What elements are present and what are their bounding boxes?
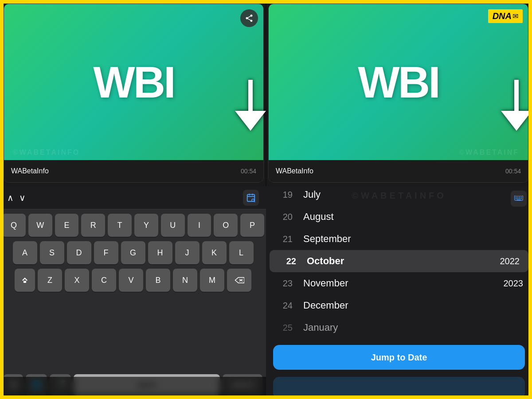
right-wbi-text: WBI <box>358 57 438 108</box>
svg-rect-22 <box>516 200 520 200</box>
date-row-24[interactable]: 24 December <box>266 294 532 317</box>
date-row-20[interactable]: 20 August <box>266 206 532 228</box>
key-row-2: A S D F G H J K L <box>2 241 264 264</box>
key-l[interactable]: L <box>229 241 254 264</box>
key-s[interactable]: S <box>40 241 64 264</box>
date-year-2022: 2022 <box>500 256 520 266</box>
key-o[interactable]: O <box>214 214 238 237</box>
date-num-25: 25 <box>275 323 293 333</box>
jump-to-date-label: Jump to Date <box>371 352 427 363</box>
dna-badge: DNA ✉ <box>488 9 523 23</box>
nav-up-arrow[interactable]: ∧ <box>7 192 14 203</box>
date-num-19: 19 <box>275 190 293 200</box>
space-key[interactable]: space <box>74 374 220 395</box>
right-card: WBI DNA ✉ WABetaInfo 00:54 ©WABETAINF <box>268 4 528 183</box>
svg-line-9 <box>254 201 255 202</box>
key-f[interactable]: F <box>94 241 118 264</box>
key-b[interactable]: B <box>146 269 170 292</box>
right-card-time: 00:54 <box>505 168 521 175</box>
nav-down-arrow[interactable]: ∨ <box>19 192 26 203</box>
date-month-august: August <box>303 211 523 223</box>
key-m[interactable]: M <box>200 269 224 292</box>
key-i[interactable]: I <box>188 214 211 237</box>
svg-rect-19 <box>517 198 518 199</box>
key-row-3: Z X C V B N M <box>2 269 264 292</box>
key-t[interactable]: T <box>108 214 132 237</box>
date-year-2023: 2023 <box>504 278 524 289</box>
bottom-blur-strip <box>273 377 525 399</box>
date-row-21[interactable]: 21 September <box>266 228 532 250</box>
keyboard-bottom-row: 23 🌐 🎤 space search <box>0 371 266 399</box>
svg-rect-4 <box>247 194 255 201</box>
key-q[interactable]: Q <box>2 214 26 237</box>
globe-key[interactable]: 🌐 <box>26 374 47 395</box>
key-a[interactable]: A <box>13 241 37 264</box>
key-d[interactable]: D <box>67 241 91 264</box>
left-card-footer: WABetaInfo 00:54 <box>4 160 263 182</box>
date-num-21: 21 <box>275 234 293 244</box>
date-num-24: 24 <box>275 301 293 311</box>
key-k[interactable]: K <box>202 241 227 264</box>
svg-rect-17 <box>521 196 522 197</box>
key-v[interactable]: V <box>119 269 143 292</box>
keyboard-nav: ∧ ∨ <box>0 186 266 209</box>
key-g[interactable]: G <box>121 241 145 264</box>
key-z[interactable]: Z <box>38 269 62 292</box>
svg-rect-13 <box>515 196 523 200</box>
key-c[interactable]: C <box>92 269 116 292</box>
key-x[interactable]: X <box>65 269 89 292</box>
right-card-footer: WABetaInfo 00:54 <box>269 160 528 182</box>
key-y[interactable]: Y <box>134 214 158 237</box>
numbers-key[interactable]: 23 <box>4 374 23 395</box>
date-num-22: 22 <box>278 256 296 266</box>
jump-to-date-button[interactable]: Jump to Date <box>273 345 525 370</box>
key-u[interactable]: U <box>161 214 185 237</box>
key-j[interactable]: J <box>175 241 200 264</box>
date-picker-area: ©WABETAINFO 19 July 20 August 21 Septemb… <box>266 186 532 399</box>
date-month-december: December <box>303 300 523 311</box>
date-row-22-selected[interactable]: 22 October 2022 <box>270 250 528 272</box>
nav-arrows: ∧ ∨ <box>7 192 26 203</box>
left-logo-area: WBI <box>4 4 263 160</box>
date-month-november: November <box>303 278 504 289</box>
date-row-25[interactable]: 25 January <box>266 317 532 339</box>
left-wbi-text: WBI <box>93 57 174 108</box>
share-button[interactable] <box>240 9 258 27</box>
left-card-name: WABetaInfo <box>11 167 49 175</box>
date-month-january: January <box>303 322 523 333</box>
keyboard-toggle-button[interactable] <box>511 191 527 207</box>
calendar-search-icon[interactable] <box>243 190 259 206</box>
dna-envelope-icon: ✉ <box>512 12 518 20</box>
keyboard-area: ∧ ∨ Q W E R <box>0 186 266 399</box>
top-section: WBI WABetaInfo 00:54 ©WABETAINFO WBI DNA… <box>0 0 532 186</box>
left-card-time: 00:54 <box>241 168 256 175</box>
svg-rect-15 <box>517 196 518 197</box>
date-row-23[interactable]: 23 November 2023 <box>266 272 532 294</box>
date-scroll: 19 July 20 August 21 September 22 Octobe… <box>266 186 532 340</box>
key-h[interactable]: H <box>148 241 172 264</box>
divider <box>266 0 266 186</box>
date-month-july: July <box>303 189 523 200</box>
svg-rect-14 <box>516 196 516 197</box>
key-row-1: Q W E R T Y U I O P <box>2 214 264 237</box>
svg-rect-16 <box>519 196 520 197</box>
svg-rect-18 <box>516 198 516 199</box>
right-card-name: WABetaInfo <box>276 167 313 175</box>
mic-key[interactable]: 🎤 <box>50 374 71 395</box>
search-key[interactable]: search <box>223 374 262 395</box>
key-n[interactable]: N <box>173 269 197 292</box>
date-month-october: October <box>307 255 500 267</box>
date-row-19[interactable]: 19 July <box>266 186 532 206</box>
key-w[interactable]: W <box>28 214 52 237</box>
svg-rect-21 <box>521 198 522 199</box>
shift-key[interactable] <box>15 269 35 292</box>
key-p[interactable]: P <box>240 214 264 237</box>
date-month-september: September <box>303 233 523 245</box>
left-card: WBI WABetaInfo 00:54 ©WABETAINFO <box>4 4 264 183</box>
date-num-20: 20 <box>275 212 293 222</box>
bottom-section: ∧ ∨ Q W E R <box>0 186 532 399</box>
key-e[interactable]: E <box>55 214 79 237</box>
keyboard-main: Q W E R T Y U I O P A S D F G H J K <box>0 209 266 371</box>
delete-key[interactable] <box>227 269 251 292</box>
key-r[interactable]: R <box>81 214 105 237</box>
